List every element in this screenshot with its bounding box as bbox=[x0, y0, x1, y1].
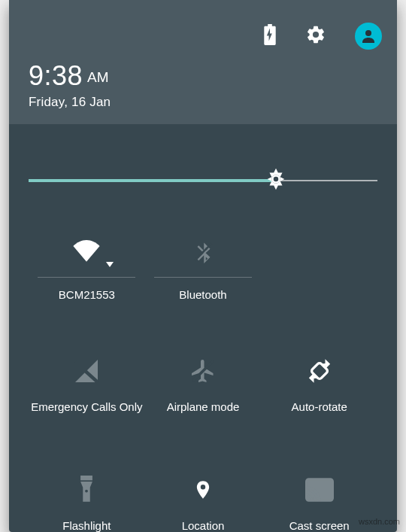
quick-tiles-grid: BCM21553BluetoothEmergency Calls OnlyAir… bbox=[29, 233, 377, 532]
chevron-down-icon bbox=[106, 257, 114, 271]
cellular-icon bbox=[73, 352, 100, 390]
svg-point-0 bbox=[365, 30, 371, 36]
tile-wifi[interactable]: BCM21553 bbox=[29, 233, 145, 324]
tile-autorotate[interactable]: Auto-rotate bbox=[261, 352, 377, 442]
tile-label: Location bbox=[182, 519, 225, 532]
brightness-slider[interactable] bbox=[29, 166, 377, 196]
svg-point-8 bbox=[85, 490, 88, 493]
wifi-icon bbox=[71, 233, 102, 271]
header: 9:38AM Friday, 16 Jan bbox=[9, 0, 397, 124]
flashlight-icon bbox=[76, 471, 97, 509]
tile-flashlight[interactable]: Flashlight bbox=[29, 471, 145, 532]
brightness-thumb-icon[interactable] bbox=[263, 166, 289, 195]
settings-gear-icon[interactable] bbox=[305, 24, 326, 48]
clock-time: 9:38AM bbox=[29, 60, 111, 92]
airplane-icon bbox=[189, 352, 217, 390]
user-avatar-icon[interactable] bbox=[355, 23, 382, 50]
svg-rect-7 bbox=[80, 476, 92, 480]
tile-label: Cast screen bbox=[289, 519, 350, 532]
tile-airplane[interactable]: Airplane mode bbox=[145, 352, 262, 442]
bluetooth-icon bbox=[192, 233, 214, 271]
tile-location[interactable]: Location bbox=[145, 471, 262, 532]
tile-label: Bluetooth bbox=[179, 288, 226, 301]
tile-label: Flashlight bbox=[62, 519, 111, 532]
tile-divider bbox=[38, 277, 135, 278]
location-icon bbox=[192, 471, 214, 509]
watermark-text: wsxdn.com bbox=[359, 517, 400, 526]
tile-label: Airplane mode bbox=[167, 400, 240, 413]
autorotate-icon bbox=[304, 352, 335, 390]
quick-settings-panel: 9:38AM Friday, 16 Jan BCM21553Blu bbox=[9, 0, 397, 532]
cast-icon bbox=[305, 471, 334, 509]
battery-charging-icon bbox=[263, 24, 277, 48]
tile-divider bbox=[154, 277, 252, 278]
tile-label: BCM21553 bbox=[59, 288, 115, 301]
svg-point-10 bbox=[306, 497, 310, 501]
tile-cellular[interactable]: Emergency Calls Only bbox=[29, 352, 145, 442]
date-text: Friday, 16 Jan bbox=[29, 95, 111, 110]
tile-bluetooth[interactable]: Bluetooth bbox=[145, 233, 262, 324]
tile-label: Auto-rotate bbox=[292, 400, 347, 413]
tile-label: Emergency Calls Only bbox=[31, 400, 142, 413]
